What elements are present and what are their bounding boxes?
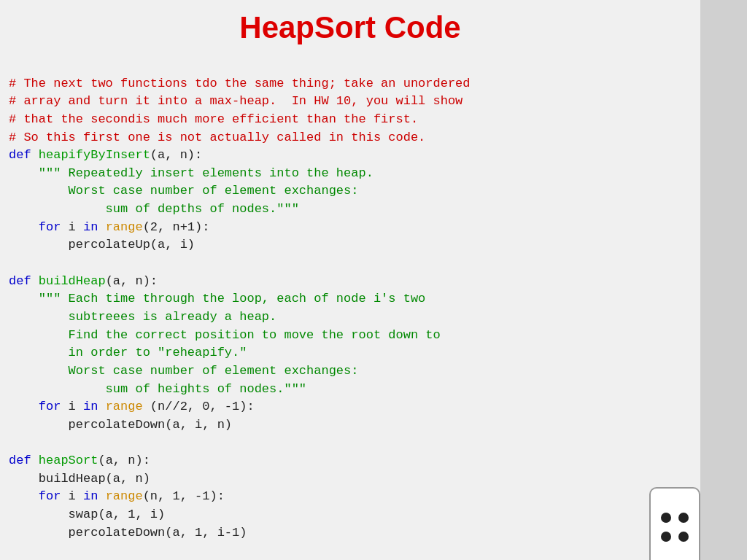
def1-for: for i in range(2, n+1): bbox=[9, 220, 209, 234]
blank2 bbox=[9, 435, 16, 449]
def3-body1: swap(a, 1, i) bbox=[9, 508, 165, 521]
dice-dot-3 bbox=[661, 532, 671, 542]
comment-line-3: # that the secondis much more efficient … bbox=[9, 112, 418, 126]
def1-docstring3: sum of depths of nodes.""" bbox=[9, 202, 299, 216]
def3-body2: percolateDown(a, 1, i-1) bbox=[9, 526, 247, 540]
dice-row-1 bbox=[661, 513, 689, 523]
def2-signature: def buildHeap(a, n): bbox=[9, 274, 158, 288]
dice-row-2 bbox=[661, 532, 689, 542]
dice-dot-2 bbox=[678, 513, 689, 523]
def3-signature: def heapSort(a, n): bbox=[9, 454, 150, 467]
def2-docstring1: """ Each time through the loop, each of … bbox=[9, 292, 425, 306]
comment-line-2: # array and turn it into a max-heap. In … bbox=[9, 94, 462, 108]
def3-for: for i in range(n, 1, -1): bbox=[9, 489, 225, 503]
def3-call1: buildHeap(a, n) bbox=[9, 472, 150, 486]
def1-docstring1: """ Repeatedly insert elements into the … bbox=[9, 166, 374, 180]
def2-docstring4: in order to "reheapify." bbox=[9, 346, 247, 359]
def1-docstring2: Worst case number of element exchanges: bbox=[9, 184, 358, 198]
def2-docstring3: Find the correct position to move the ro… bbox=[9, 328, 441, 342]
code-block: # The next two functions tdo the same th… bbox=[9, 57, 692, 560]
dice-decoration bbox=[649, 487, 700, 560]
dice-dot-4 bbox=[678, 532, 689, 542]
blank1 bbox=[9, 256, 16, 270]
main-container: HeapSort Code # The next two functions t… bbox=[0, 0, 700, 560]
comment-line-4: # So this first one is not actually call… bbox=[9, 131, 425, 144]
def2-docstring2: subtreees is already a heap. bbox=[9, 310, 276, 324]
def2-for: for i in range (n//2, 0, -1): bbox=[9, 400, 255, 413]
def2-docstring5: Worst case number of element exchanges: bbox=[9, 364, 358, 378]
comment-line-1: # The next two functions tdo the same th… bbox=[9, 77, 471, 90]
page-title: HeapSort Code bbox=[9, 7, 692, 48]
def1-signature: def heapifyByInsert(a, n): bbox=[9, 148, 202, 162]
def2-docstring6: sum of heights of nodes.""" bbox=[9, 382, 306, 396]
dice-dot-1 bbox=[661, 513, 671, 523]
def1-body: percolateUp(a, i) bbox=[9, 238, 195, 252]
def2-body: percolateDown(a, i, n) bbox=[9, 418, 232, 432]
